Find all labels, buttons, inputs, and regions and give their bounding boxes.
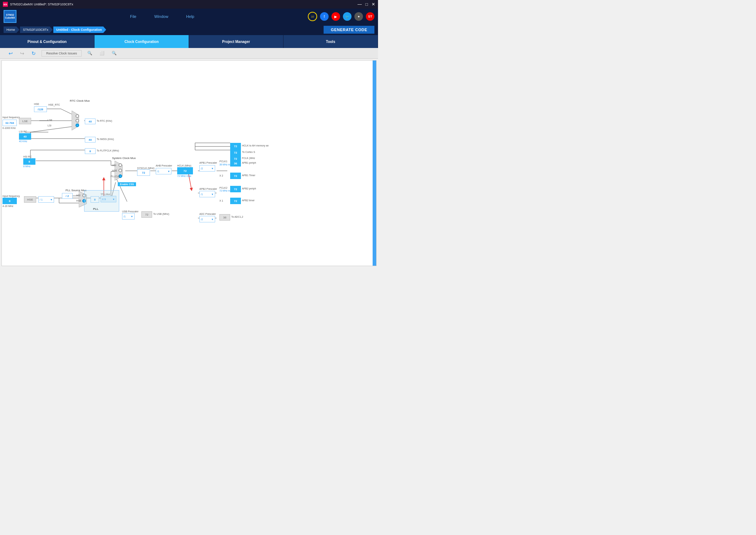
rtc-mux-radio-lsi[interactable] — [76, 124, 79, 127]
to-usb-label: To USB (MHz) — [153, 213, 169, 215]
menu-items: File Window Help — [31, 14, 294, 19]
generate-code-button[interactable]: GENERATE CODE — [324, 26, 374, 34]
lsi-label-mux: LSI — [48, 124, 52, 127]
enable-css-button[interactable]: Enable CSS — [118, 182, 136, 186]
apb1-timer-label: APB1 Timer — [242, 174, 255, 177]
sysclk-mux-radio-hsi[interactable] — [118, 163, 122, 167]
tab-clock[interactable]: Clock Configuration — [94, 35, 189, 48]
apb2-periph-label: APB2 periph — [242, 187, 256, 190]
lsi-rc-unit: 40 KHz — [19, 140, 27, 143]
hclk-outputs — [192, 139, 234, 161]
usb-prescaler-select[interactable]: /1 ▼ — [122, 213, 135, 220]
adc-prescaler-select[interactable]: /2 ▼ — [199, 216, 215, 222]
menu-window[interactable]: Window — [154, 14, 168, 19]
input-freq-2-unit: 4-16 MHz — [3, 205, 13, 207]
network-icon[interactable]: ✦ — [354, 12, 363, 21]
input-freq-2-value[interactable]: 8 — [3, 198, 17, 204]
apb1-prescaler-select[interactable]: /2 ▼ — [199, 165, 215, 172]
apb2-periph-value[interactable]: 72 — [230, 186, 241, 192]
hse-rtc-label: HSE_RTC — [48, 103, 60, 106]
lse-box[interactable]: LSE — [19, 118, 31, 124]
cert-icon: 10 — [308, 12, 317, 21]
window-title: STM32CubeMX Untitled*: STM32F103C8Tx — [10, 3, 73, 6]
hse-label-top: HSE — [34, 103, 39, 105]
maximize-button[interactable]: □ — [365, 2, 368, 7]
to-rtc-label: To RTC (KHz) — [97, 120, 112, 122]
fit-button[interactable]: ⬜ — [98, 50, 106, 56]
zoom-out-button[interactable]: 🔍 — [110, 50, 118, 56]
div-1-hse-select[interactable]: / 1 ▼ — [38, 196, 54, 203]
hclk-max: 72 MHz max — [177, 175, 191, 177]
to-rtc-value[interactable]: 40 — [85, 119, 96, 124]
ahb-prescaler-select[interactable]: /1 ▼ — [156, 168, 171, 174]
to-cortex-label: To Cortex S — [242, 151, 255, 153]
input-freq-1-value[interactable]: 32.768 — [3, 120, 17, 126]
logo-text: STM32CubeMX — [5, 14, 15, 19]
hsi-label-sysclk: HSI — [112, 164, 116, 167]
lsi-rc-value[interactable]: 40 — [19, 133, 31, 140]
hsi-rc-unit: 8 MHz — [23, 165, 30, 168]
menu-file[interactable]: File — [130, 14, 136, 19]
fclk-label: FCLK (MHz — [242, 157, 255, 159]
adc-prescaler-label: ADC Prescaler — [199, 213, 216, 215]
apb1-timer-value[interactable]: 72 — [230, 173, 241, 179]
hsi-rc-label: HSI RC — [23, 155, 32, 158]
tab-project[interactable]: Project Manager — [189, 35, 284, 48]
redo-button[interactable]: ↪ — [19, 50, 26, 57]
input-freq-2-label: Input frequency — [3, 195, 20, 197]
minimize-button[interactable]: — — [358, 2, 362, 7]
logo-area: STM32CubeMX — [4, 10, 16, 23]
breadcrumb-device[interactable]: STM32F103C8Tx — [20, 26, 53, 33]
scrollbar-right[interactable] — [373, 61, 376, 266]
title-bar-controls[interactable]: — □ ✕ — [358, 2, 375, 7]
sysclk-label: SYSCLK (MHz) — [137, 167, 155, 169]
to-adc-label: To ADC1,2 — [231, 216, 243, 218]
resolve-clock-button[interactable]: Resolve Clock Issues — [42, 50, 82, 57]
breadcrumb-current[interactable]: Untitled - Clock Configuration — [53, 26, 106, 33]
breadcrumb-bar: Home STM32F103C8Tx Untitled - Clock Conf… — [0, 24, 378, 35]
close-button[interactable]: ✕ — [372, 2, 375, 7]
to-iwdg-label: To IWDG (KHz) — [97, 138, 114, 140]
pclk2-label: PCLK2 — [219, 187, 227, 189]
to-flitfclk-label: To FLITFCLK (MHz) — [97, 149, 119, 152]
main-canvas: Input frequency 32.768 0-1000 KHz LSE LS… — [1, 60, 377, 266]
zoom-in-button[interactable]: 🔍 — [86, 50, 94, 56]
rtc-mux-radio-lse[interactable] — [76, 119, 79, 122]
breadcrumb-home[interactable]: Home — [4, 26, 19, 33]
social-icons: 10 f ▶ 🐦 ✦ ST — [308, 12, 374, 21]
sysclk-mux-radio-hse[interactable] — [118, 169, 122, 172]
title-bar-left: MX STM32CubeMX Untitled*: STM32F103C8Tx — [3, 2, 73, 7]
hse-box[interactable]: HSE — [24, 196, 36, 203]
hsi-pll-label: HSI — [76, 194, 81, 197]
hclk-value[interactable]: 72 — [177, 167, 193, 174]
menu-bar: STM32CubeMX File Window Help 10 f ▶ 🐦 ✦ … — [0, 9, 378, 24]
youtube-icon[interactable]: ▶ — [331, 12, 340, 21]
to-flitfclk-value[interactable]: 8 — [85, 148, 96, 154]
tab-tools[interactable]: Tools — [284, 35, 378, 48]
refresh-button[interactable]: ↻ — [30, 50, 37, 57]
rtc-mux-radio-hse[interactable] — [76, 114, 79, 118]
facebook-icon[interactable]: f — [320, 12, 329, 21]
menu-help[interactable]: Help — [186, 14, 194, 19]
input-freq-1-label: Input frequency — [3, 116, 20, 119]
clock-diagram: Input frequency 32.768 0-1000 KHz LSE LS… — [2, 61, 376, 266]
div-128[interactable]: /128 — [34, 106, 47, 112]
twitter-icon[interactable]: 🐦 — [343, 12, 352, 21]
input-freq-1-unit: 0-1000 KHz — [3, 127, 16, 129]
to-iwdg-value[interactable]: 40 — [85, 137, 96, 143]
lsi-rc-label: LSI RC — [19, 130, 27, 133]
tab-bar: Pinout & Configuration Clock Configurati… — [0, 35, 378, 48]
svg-line-5 — [30, 126, 73, 132]
apb2-prescaler-select[interactable]: /1 ▼ — [199, 191, 215, 197]
hsi-rc-value[interactable]: 8 — [23, 158, 35, 165]
apb2-prescaler-label: APB2 Prescaler — [199, 188, 217, 190]
pll-box — [84, 190, 119, 212]
undo-button[interactable]: ↩ — [7, 50, 14, 57]
sysclk-value[interactable]: 72 — [137, 169, 150, 176]
apb2-timer-value[interactable]: 72 — [230, 198, 241, 204]
div-2-pll[interactable]: / 2 — [62, 193, 73, 199]
pllclk-label-sysclk: PLLCLK — [111, 175, 120, 178]
hclk-to-ah-label: HCLK to AH memory an — [242, 144, 269, 147]
tab-pinout[interactable]: Pinout & Configuration — [0, 35, 94, 48]
apb2-timer-label: APB2 timer — [242, 199, 255, 202]
